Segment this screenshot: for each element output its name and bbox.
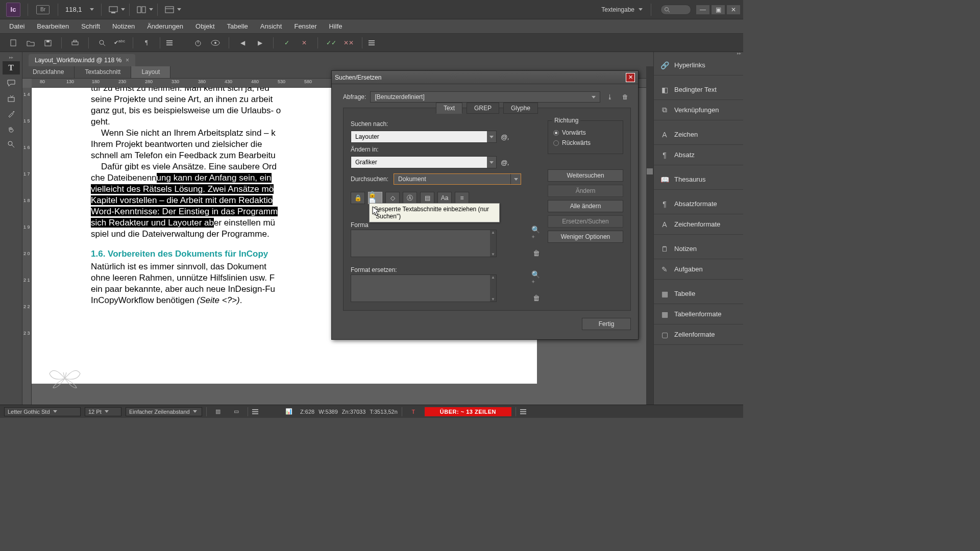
menu-fenster[interactable]: Fenster (288, 20, 323, 33)
menu-notizen[interactable]: Notizen (106, 20, 141, 33)
whole-word-icon[interactable]: ≡ (455, 192, 469, 204)
frame-icon[interactable]: ▭ (229, 406, 243, 418)
radio-backward[interactable]: Rückwärts (553, 139, 618, 146)
change-find-button[interactable]: Ersetzen/Suchen (548, 215, 623, 228)
panel-hyperlinks[interactable]: 🔗Hyperlinks (654, 55, 743, 76)
change-all-button[interactable]: Alle ändern (548, 200, 623, 212)
document-tab[interactable]: Layout_Workflow.indd @ 118 % × (29, 54, 135, 66)
chevron-down-icon[interactable] (177, 8, 181, 11)
minimize-button[interactable]: — (696, 5, 709, 14)
panel-links[interactable]: ⧉Verknüpfungen (654, 100, 743, 120)
fewer-options-button[interactable]: Weniger Optionen (548, 231, 623, 243)
view-tab-layout[interactable]: Layout (131, 66, 170, 78)
menu-bearbeiten[interactable]: Bearbeiten (31, 20, 75, 33)
panel-thesaurus[interactable]: 📖Thesaurus (654, 169, 743, 190)
columns-icon[interactable]: ▥ (211, 406, 225, 418)
find-input[interactable]: Layouter (351, 131, 497, 143)
flyout-icon[interactable] (166, 40, 173, 45)
position-tool[interactable] (3, 92, 20, 105)
panel-character[interactable]: AZeichen (654, 124, 743, 145)
zoom-value[interactable]: 118,1 (65, 6, 87, 13)
panel-table[interactable]: ▦Tabelle (654, 284, 743, 304)
note-tool[interactable] (3, 77, 20, 90)
menu-schrift[interactable]: Schrift (75, 20, 106, 33)
chevron-down-icon[interactable] (121, 8, 125, 11)
radio-forward[interactable]: Vorwärts (553, 129, 618, 136)
stats-icon[interactable]: 📊 (282, 406, 296, 418)
reject-icon[interactable]: ✕ (297, 37, 311, 49)
close-icon[interactable]: ✕ (626, 73, 635, 82)
eye-icon[interactable] (208, 37, 223, 49)
tab-glyph[interactable]: Glyphe (503, 103, 538, 114)
flyout-icon[interactable] (252, 409, 258, 414)
menu-aenderungen[interactable]: Änderungen (141, 20, 189, 33)
vertical-scrollbar[interactable] (646, 66, 653, 405)
leading-select[interactable]: Einfacher Zeilenabstand (126, 407, 202, 416)
save-icon[interactable] (41, 37, 55, 49)
accept-all-icon[interactable]: ✓✓ (324, 37, 338, 49)
flyout-icon[interactable] (520, 409, 526, 414)
panel-paragraph[interactable]: ¶Absatz (654, 145, 743, 165)
tab-text[interactable]: Text (436, 103, 462, 114)
flyout-icon[interactable] (369, 40, 375, 45)
clear-format-icon[interactable]: 🗑 (531, 293, 542, 303)
font-size-select[interactable]: 12 Pt (85, 407, 121, 416)
font-family-select[interactable]: Letter Gothic Std (4, 407, 81, 416)
view-tab-story[interactable]: Textabschnitt (75, 66, 131, 78)
restore-button[interactable]: ▣ (712, 5, 725, 14)
reject-all-icon[interactable]: ✕✕ (341, 37, 356, 49)
view-options-icon[interactable] (162, 3, 177, 17)
prev-icon[interactable]: ◀ (235, 37, 250, 49)
collapse-toggle[interactable]: ▸▸ (737, 51, 741, 56)
done-button[interactable]: Fertig (582, 318, 631, 330)
find-icon[interactable] (95, 37, 109, 49)
save-query-icon[interactable]: ⭳ (604, 91, 616, 103)
specify-format-icon[interactable]: 🔍⁺ (531, 273, 542, 284)
close-button[interactable]: ✕ (727, 5, 740, 14)
hidden-layers-icon[interactable]: ◇ (385, 192, 400, 204)
workspace-switcher[interactable]: Texteingabe (597, 4, 647, 15)
eyedropper-tool[interactable] (3, 107, 20, 120)
new-icon[interactable] (6, 37, 20, 49)
dialog-titlebar[interactable]: Suchen/Ersetzen ✕ (332, 71, 638, 84)
chevron-down-icon[interactable] (149, 8, 153, 11)
close-icon[interactable]: × (126, 57, 129, 64)
special-char-icon[interactable]: @, (501, 159, 509, 166)
query-select[interactable]: [Benutzerdefiniert] (370, 91, 600, 103)
locked-stories-icon[interactable]: 🔒📄 (368, 192, 382, 204)
zoom-control[interactable]: 118,1 (62, 4, 97, 15)
next-icon[interactable]: ▶ (253, 37, 267, 49)
chevron-down-icon[interactable] (487, 157, 496, 168)
open-icon[interactable] (23, 37, 38, 49)
spellcheck-icon[interactable]: ✔abc (112, 37, 127, 49)
print-icon[interactable] (68, 37, 82, 49)
screen-mode-icon[interactable] (106, 3, 121, 17)
overset-icon[interactable]: T (406, 406, 421, 418)
menu-tabelle[interactable]: Tabelle (221, 20, 254, 33)
zoom-tool[interactable] (3, 138, 20, 151)
find-format-box[interactable]: ▲▼ (351, 230, 497, 257)
panel-conditional-text[interactable]: ◧Bedingter Text (654, 80, 743, 100)
change-input[interactable]: Grafiker (351, 156, 497, 168)
panel-table-styles[interactable]: ▦Tabellenformate (654, 304, 743, 324)
arrange-icon[interactable] (134, 3, 149, 17)
clear-format-icon[interactable]: 🗑 (531, 248, 542, 258)
scope-select[interactable]: Dokument (394, 173, 521, 185)
special-char-icon[interactable]: @, (501, 133, 509, 141)
help-search-input[interactable] (660, 5, 691, 15)
locked-layers-icon[interactable]: 🔒 (351, 192, 365, 204)
menu-objekt[interactable]: Objekt (189, 20, 221, 33)
hand-tool[interactable] (3, 122, 20, 136)
change-button[interactable]: Ändern (548, 185, 623, 197)
menu-datei[interactable]: Datei (3, 20, 31, 33)
panel-paragraph-styles[interactable]: ¶Absatzformate (654, 194, 743, 214)
change-format-box[interactable]: ▲▼ (351, 274, 497, 302)
panel-cell-styles[interactable]: ▢Zellenformate (654, 324, 743, 345)
power-icon[interactable] (191, 37, 205, 49)
chevron-down-icon[interactable] (510, 174, 521, 184)
specify-format-icon[interactable]: 🔍⁺ (531, 229, 542, 239)
accept-icon[interactable]: ✓ (280, 37, 294, 49)
bridge-badge[interactable]: Br (36, 5, 50, 14)
delete-query-icon[interactable]: 🗑 (620, 91, 631, 103)
find-next-button[interactable]: Weitersuchen (548, 169, 623, 182)
